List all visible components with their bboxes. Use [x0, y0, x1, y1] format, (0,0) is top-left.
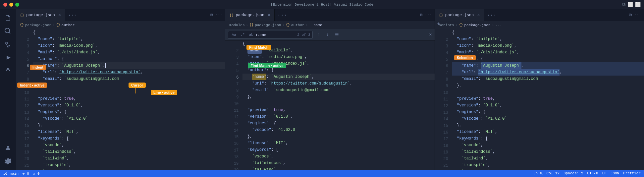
code-line: "preview": true,	[33, 95, 225, 102]
tab-close-left[interactable]: ×	[58, 13, 61, 18]
code-line: "keywords": [	[452, 135, 644, 142]
code-line-active: "name": `Augustin Joseph`,	[242, 74, 434, 80]
search-icon[interactable]	[2, 25, 14, 37]
code-line: `tailwind`,	[33, 155, 225, 162]
code-line: `tailwindcss`,	[33, 148, 225, 155]
run-icon[interactable]	[2, 52, 14, 64]
account-icon[interactable]	[2, 142, 14, 154]
find-input[interactable]	[256, 32, 296, 37]
code-line: "engines": {	[242, 120, 434, 127]
code-line: `vscode`,	[33, 142, 225, 148]
editors-container: {} package.json × ··· ⧉ ··· {} package.j…	[16, 9, 644, 170]
code-line: `tailwindcss`,	[242, 160, 434, 166]
status-language[interactable]: JSON	[611, 171, 619, 175]
layout-icon[interactable]: ⧉	[622, 2, 625, 8]
code-line: "vscode": `^1.62.0`	[242, 127, 434, 133]
code-line: "main": `./dist/index.js`,	[452, 49, 644, 56]
code-line: "vscode": `^1.62.0`	[452, 115, 644, 122]
tab-actions-left: ⧉ ···	[210, 13, 225, 18]
code-content-left: { "name": `tailpile`, "icon": `media/ico…	[32, 29, 225, 170]
expand-icon[interactable]: ⬜	[635, 2, 641, 8]
status-spaces[interactable]: Spaces: 2	[564, 171, 583, 175]
files-icon[interactable]	[2, 12, 14, 24]
code-line: },	[452, 82, 644, 89]
status-eol[interactable]: LF	[602, 171, 607, 175]
breadcrumb-name[interactable]: name	[313, 23, 322, 27]
status-branch[interactable]: ⎇ main	[3, 171, 19, 176]
status-formatter[interactable]: Prettier	[623, 171, 641, 175]
tab-more-right[interactable]: ···	[484, 12, 499, 18]
tab-close-middle[interactable]: ×	[268, 13, 270, 18]
more-actions-icon[interactable]: ···	[215, 13, 223, 18]
status-errors[interactable]: ⊗ 0	[23, 171, 29, 176]
find-prev-button[interactable]: ↑	[315, 31, 322, 38]
find-match-case-icon[interactable]: Aa	[230, 31, 238, 38]
svg-point-0	[7, 146, 9, 148]
new-editor-icon[interactable]: +	[437, 21, 440, 27]
find-whole-word-icon[interactable]: .*	[239, 31, 246, 38]
breadcrumb-ellipsis-r[interactable]: ...	[495, 23, 502, 27]
find-next-button[interactable]: ↓	[324, 31, 331, 38]
code-line: `transpile`,	[33, 162, 225, 168]
maximize-button[interactable]	[15, 3, 19, 7]
editor-panel-right: {} package.json × ··· ⧉ ··· scripts › {}…	[435, 9, 644, 170]
status-encoding[interactable]: UTF-8	[587, 171, 598, 175]
json-icon: {}	[20, 13, 24, 17]
breadcrumb-scripts[interactable]: scripts	[439, 23, 454, 27]
split-icon[interactable]: ⬜	[627, 2, 633, 8]
more-actions-icon-m[interactable]: ···	[425, 13, 432, 18]
close-button[interactable]	[3, 3, 7, 7]
breadcrumb-file-m[interactable]: package.json	[255, 23, 281, 27]
tab-label-m: package.json	[236, 13, 264, 18]
code-line: },	[33, 82, 225, 89]
breadcrumb-sep-1: ›	[53, 23, 55, 27]
line-numbers-right: 2 3 4 5 6 7 8 9 10 11 12 13 14 15 16 17	[435, 29, 451, 170]
tab-package-json-right[interactable]: {} package.json ×	[435, 9, 484, 21]
code-line: },	[452, 122, 644, 129]
tab-package-json-middle[interactable]: {} package.json ×	[225, 9, 275, 21]
split-editor-icon[interactable]: ⧉	[210, 13, 213, 18]
code-line: "email": `sudoaugustin@gmail.com`	[33, 76, 225, 82]
main-layout: {} package.json × ··· ⧉ ··· {} package.j…	[0, 9, 644, 170]
code-line: "version": `0.1.0`,	[452, 102, 644, 109]
breadcrumb-json-icon-r: {}	[459, 23, 463, 27]
code-line: "main": `./dist/index.js`,	[33, 49, 225, 56]
code-line: },	[242, 93, 434, 100]
split-editor-icon-r[interactable]: ⧉	[629, 13, 632, 18]
status-cursor-pos[interactable]: Ln 6, Col 12	[533, 171, 560, 175]
editor-panel-left: {} package.json × ··· ⧉ ··· {} package.j…	[16, 9, 225, 170]
breadcrumb-author[interactable]: author	[62, 23, 75, 27]
more-actions-icon-r[interactable]: ···	[634, 13, 641, 18]
code-line	[242, 100, 434, 107]
breadcrumb-sep-m2: ›	[282, 23, 285, 27]
split-editor-icon-m[interactable]: ⧉	[420, 13, 423, 18]
extensions-icon[interactable]	[2, 65, 14, 77]
breadcrumb-sep-r2: ›	[492, 23, 494, 27]
tab-package-json-left[interactable]: {} package.json ×	[16, 9, 65, 21]
breadcrumb-file[interactable]: package.json	[25, 23, 51, 27]
code-line: "vscode": `^1.62.0`	[33, 115, 225, 122]
code-line: `tailwind`,	[452, 155, 644, 162]
find-close-button[interactable]: ×	[429, 32, 432, 37]
code-line: "engines": {	[452, 109, 644, 115]
code-line: },	[242, 133, 434, 140]
source-control-icon[interactable]	[2, 38, 14, 50]
code-line: "main": `./dist/index.js`,	[242, 60, 434, 67]
window-title: [Extension Development Host] Visual Stud…	[271, 3, 373, 7]
breadcrumb-left: {} package.json › {} author	[16, 21, 225, 29]
code-line: "preview": true,	[242, 107, 434, 113]
code-content-middle: { "name": `tailpile`, "icon": `media/ico…	[241, 40, 434, 170]
tab-more-left[interactable]: ···	[65, 12, 80, 18]
find-regex-icon[interactable]: ab	[247, 31, 255, 38]
settings-icon[interactable]	[2, 155, 14, 167]
code-line: "name": `tailpile`,	[33, 36, 225, 42]
tab-close-right[interactable]: ×	[477, 13, 480, 18]
minimize-button[interactable]	[9, 3, 13, 7]
tab-more-middle[interactable]: ···	[275, 12, 290, 18]
status-warnings[interactable]: ⚠ 0	[33, 171, 40, 176]
find-input-wrapper[interactable]: Aa .* ab 2 of 3	[228, 31, 313, 39]
breadcrumb-file-r[interactable]: package.json	[464, 23, 491, 27]
breadcrumb-author-m[interactable]: author	[291, 23, 304, 27]
breadcrumb-modules[interactable]: modules	[229, 23, 244, 27]
find-select-all-button[interactable]: ☰	[333, 31, 341, 38]
